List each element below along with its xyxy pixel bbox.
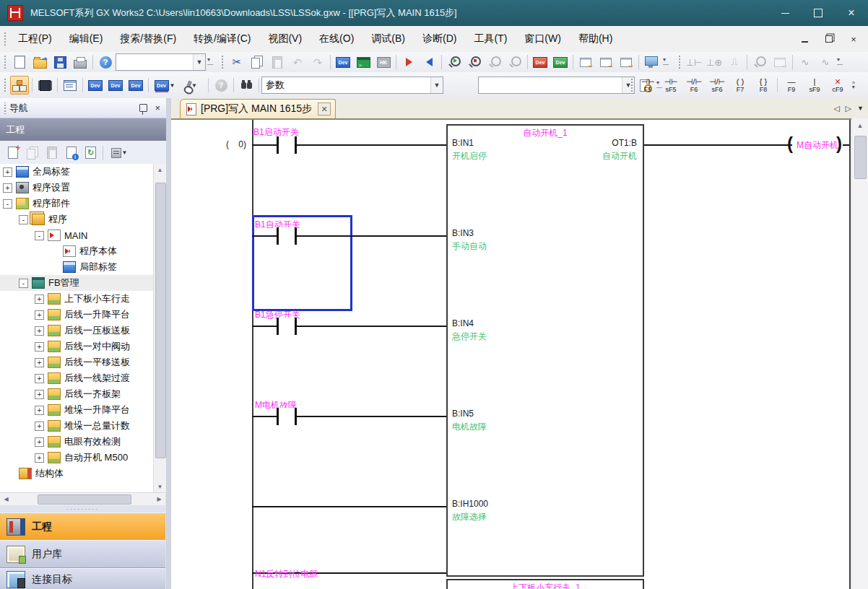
print-button[interactable] — [71, 53, 90, 71]
tree-item-program-body[interactable]: 程序本体 — [0, 243, 165, 259]
read-from-plc-button[interactable] — [420, 53, 438, 71]
nav-button-connection-target[interactable]: 连接目标 — [0, 568, 165, 589]
editor-vertical-scrollbar[interactable]: ▲ — [851, 118, 868, 589]
trace-transfer-button[interactable] — [771, 53, 789, 71]
find-button[interactable] — [237, 76, 256, 95]
monitor-pause-button[interactable] — [485, 53, 504, 71]
parameter-combo[interactable]: 参数▼ — [261, 77, 443, 94]
window-switch-button-3[interactable] — [617, 53, 635, 71]
wave-chart-button-1[interactable]: ∿ — [796, 53, 815, 71]
tree-item-fb-align-rack[interactable]: +后线一齐板架 — [0, 386, 165, 402]
tree-item-fb-management[interactable]: -FB管理 — [0, 275, 165, 291]
tree-horizontal-scrollbar[interactable]: ◀ ▶ — [0, 492, 165, 505]
wave-chart-button-2[interactable]: ∿ — [816, 53, 835, 71]
tree-item-fb-centering-valve[interactable]: +后线一对中阀动 — [0, 339, 165, 354]
cut-button[interactable]: ✂ — [227, 53, 246, 71]
scroll-up-icon[interactable]: ▲ — [154, 164, 166, 175]
mdi-restore-button[interactable] — [822, 32, 836, 46]
vertical-line-button[interactable]: |sF9 — [803, 74, 826, 97]
tree-item-local-labels[interactable]: 局部标签 — [0, 259, 165, 275]
dev-monitor-stop-button[interactable]: Dev — [551, 53, 570, 71]
intelligent-module-button[interactable] — [35, 76, 54, 95]
instruction-button[interactable]: { }F8 — [752, 74, 775, 97]
nav-button-user-library[interactable]: 用户库 — [0, 540, 165, 568]
ladder-canvas[interactable]: ( 0) B1启动开关 ( M自动开机 ) B1自动开关 B1急停开关 M电机故… — [171, 118, 852, 589]
tree-item-fb-photoeye-check[interactable]: +电眼有效检测 — [0, 434, 165, 450]
menu-view[interactable]: 视图(V) — [259, 26, 311, 52]
menu-help[interactable]: 帮助(H) — [570, 26, 621, 52]
tree-vertical-scrollbar[interactable]: ▲ ▼ — [153, 164, 166, 492]
panel-splitter[interactable] — [166, 98, 171, 589]
chevron-down-icon[interactable]: ▼ — [430, 77, 443, 93]
toolbar-overflow-icon[interactable]: ▾— — [661, 53, 670, 71]
navigation-toggle-button[interactable] — [10, 76, 29, 95]
tree-item-fb-translate-feed[interactable]: +后线一平移送板 — [0, 354, 165, 370]
paste-button[interactable] — [268, 53, 287, 71]
project-combo[interactable]: ▼ — [116, 53, 206, 71]
tree-item-fb-lift-platform[interactable]: +后线一升降平台 — [0, 307, 165, 323]
monitor-resume-button[interactable] — [505, 53, 524, 71]
scroll-left-icon[interactable]: ◀ — [0, 493, 12, 505]
minimize-button[interactable] — [768, 0, 802, 26]
tab-main-program[interactable]: [PRG]写入 MAIN 1615步 ✕ — [180, 99, 336, 118]
nav-paste-button[interactable] — [43, 144, 61, 162]
trace-search-button[interactable] — [750, 53, 769, 71]
close-panel-icon[interactable]: × — [155, 102, 160, 113]
window-switch-button-2[interactable] — [596, 53, 615, 71]
mdi-minimize-button[interactable] — [797, 32, 812, 46]
function-block-auto-start[interactable]: 自动开机_1 B:IN1 开机启停 B:IN3 手动自动 B:IN4 急停开关 … — [446, 124, 644, 577]
tree-item-main[interactable]: -MAIN — [0, 227, 165, 243]
tab-scroll-right-icon[interactable]: ▷ — [846, 104, 851, 113]
mdi-close-button[interactable]: × — [846, 32, 861, 46]
parallel-closed-contact-button[interactable]: ⊣/⊢sF6 — [706, 74, 729, 97]
tree-item-program[interactable]: -程序 — [0, 211, 165, 227]
menu-project[interactable]: 工程(P) — [9, 26, 61, 52]
pin-icon[interactable] — [139, 104, 147, 112]
help-button[interactable]: ? — [96, 53, 115, 71]
scrollbar-thumb[interactable] — [155, 183, 166, 458]
tree-item-program-settings[interactable]: +程序设置 — [0, 180, 165, 196]
copy-button[interactable] — [248, 53, 266, 71]
toolbar-overflow-icon[interactable]: ▾— — [836, 53, 844, 71]
tree-item-fb-auto-start-m500[interactable]: +自动开机 M500 — [0, 450, 165, 466]
tab-scroll-left-icon[interactable]: ◁ — [833, 104, 839, 113]
dev-monitor-start-button[interactable]: Dev — [531, 53, 550, 71]
device-comment-button[interactable]: Dev — [86, 76, 105, 95]
menu-diagnostics[interactable]: 诊断(D) — [414, 26, 465, 52]
device-display-button[interactable]: Dev▼ — [152, 76, 178, 95]
toolbar-overflow-icon[interactable]: »▾ — [849, 77, 858, 94]
tab-list-dropdown-icon[interactable]: ▼ — [857, 105, 864, 112]
scrollbar-thumb[interactable] — [38, 494, 131, 505]
sampling-trace-button-3[interactable]: ⎍ — [725, 53, 744, 71]
scrollbar-thumb[interactable] — [854, 136, 867, 179]
sampling-trace-button-1[interactable]: ⊥⊢ — [685, 53, 703, 71]
write-to-plc-button[interactable] — [399, 53, 418, 71]
device-statement-button[interactable]: Dev — [106, 76, 125, 95]
nav-button-project[interactable]: 工程 — [0, 512, 165, 541]
nav-refresh-button[interactable]: ↻ — [82, 144, 100, 162]
menu-window[interactable]: 窗口(W) — [516, 26, 570, 52]
panel-splitter-grip[interactable]: ········· — [0, 505, 165, 512]
horizontal-line-button[interactable]: —F9 — [780, 74, 803, 97]
tree-item-fb-rack-transition[interactable]: +后线一线架过渡 — [0, 370, 165, 386]
scroll-up-icon[interactable]: ▲ — [852, 118, 868, 133]
window-switch-button-1[interactable] — [576, 53, 595, 71]
menu-compile[interactable]: 转换/编译(C) — [185, 26, 259, 52]
scroll-right-icon[interactable]: ▶ — [153, 493, 165, 505]
rung3-contact[interactable] — [277, 318, 297, 335]
device-note-button[interactable]: Dev — [126, 76, 145, 95]
tree-item-fb-stack-lift[interactable]: +堆垛一升降平台 — [0, 402, 165, 418]
nav-new-button[interactable] — [4, 144, 22, 162]
close-button[interactable]: × — [835, 0, 868, 26]
parallel-open-contact-button[interactable]: ⊣⊢sF5 — [659, 74, 682, 97]
ladder-monitor-button[interactable] — [354, 53, 373, 71]
function-block-cart-travel[interactable]: 上下板小车行走_1 — [446, 579, 644, 589]
toolbar-overflow-icon[interactable]: ▾— — [206, 53, 214, 71]
open-contact-button[interactable]: ⊣⊢F5 — [636, 74, 659, 97]
buffer-monitor-button[interactable]: HK — [374, 53, 393, 71]
open-project-button[interactable] — [30, 53, 49, 71]
monitor-stop-button[interactable] — [465, 53, 484, 71]
undo-button[interactable]: ↶ — [288, 53, 307, 71]
closed-contact-button[interactable]: ⊣/⊢F6 — [682, 74, 706, 97]
monitor-start-button[interactable] — [445, 53, 464, 71]
